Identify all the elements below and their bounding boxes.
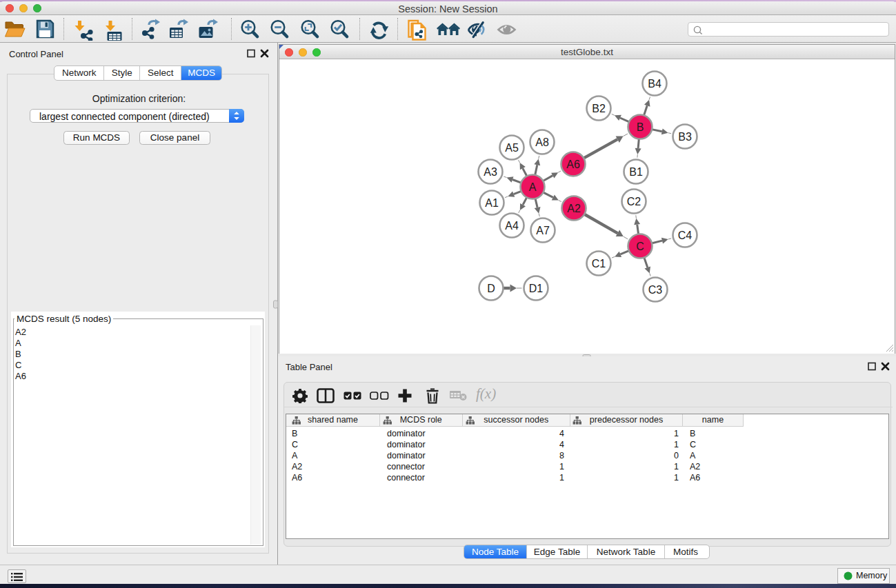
svg-text:D1: D1 xyxy=(529,283,544,294)
svg-text:B1: B1 xyxy=(629,166,643,178)
svg-text:C2: C2 xyxy=(627,196,641,207)
svg-text:A8: A8 xyxy=(535,136,549,148)
svg-text:A1: A1 xyxy=(485,197,499,209)
svg-text:A7: A7 xyxy=(536,225,550,236)
svg-text:B: B xyxy=(637,121,644,133)
svg-text:B4: B4 xyxy=(648,78,661,90)
svg-text:C4: C4 xyxy=(678,230,693,241)
svg-text:A6: A6 xyxy=(566,159,580,170)
svg-text:A4: A4 xyxy=(505,220,519,232)
svg-text:A: A xyxy=(529,181,537,193)
svg-text:A3: A3 xyxy=(484,166,497,178)
svg-text:A2: A2 xyxy=(567,203,581,214)
svg-text:C: C xyxy=(636,241,644,252)
svg-text:A5: A5 xyxy=(505,142,519,154)
svg-text:C3: C3 xyxy=(648,284,663,296)
svg-text:D: D xyxy=(487,283,495,294)
svg-text:C1: C1 xyxy=(592,258,606,270)
svg-text:B2: B2 xyxy=(592,103,606,114)
svg-text:B3: B3 xyxy=(678,131,692,143)
